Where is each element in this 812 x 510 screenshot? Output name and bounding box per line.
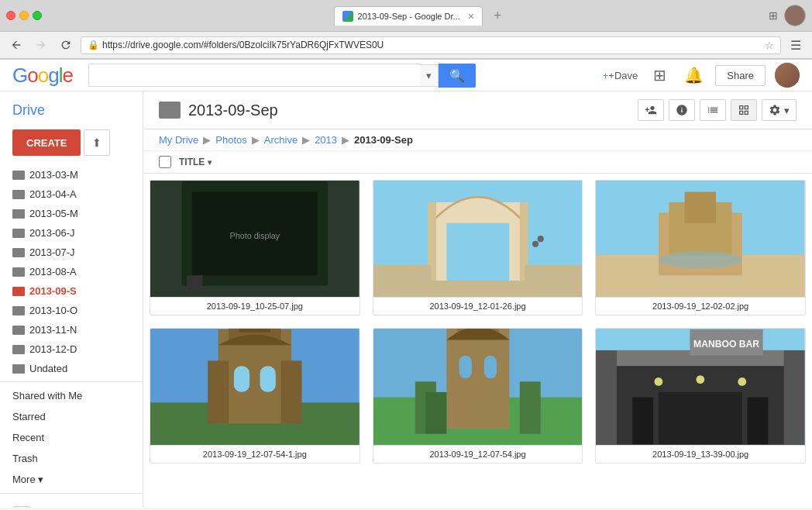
sidebar-folder-9[interactable]: 2013-12-D: [0, 339, 143, 359]
folder-icon: [12, 190, 25, 199]
content-header: 2013-09-Sep: [143, 91, 812, 129]
upload-btn[interactable]: ⬆: [84, 129, 110, 156]
sidebar-link-starred[interactable]: Starred: [0, 406, 143, 427]
sidebar-folder-7[interactable]: 2013-10-O: [0, 301, 143, 320]
create-area: CREATE ⬆: [0, 126, 143, 165]
sidebar-link-label: Starred: [12, 411, 46, 422]
grid-view-btn[interactable]: [731, 99, 757, 121]
sidebar-folder-0[interactable]: 2013-03-M: [0, 165, 143, 184]
svg-rect-39: [519, 381, 540, 433]
tab-title: 2013-09-Sep - Google Dr...: [358, 12, 460, 21]
apps-btn[interactable]: ⊞: [647, 63, 672, 88]
logo-o2: o: [38, 64, 48, 87]
bookmark-icon[interactable]: ☆: [765, 40, 774, 51]
logo-g: G: [12, 64, 27, 87]
sidebar-divider-2: [0, 493, 143, 494]
list-view-btn[interactable]: [700, 99, 726, 121]
svg-rect-12: [525, 265, 582, 297]
sidebar-folder-3[interactable]: 2013-06-J: [0, 223, 143, 243]
close-window-btn[interactable]: [6, 11, 15, 20]
restore-btn[interactable]: ⊞: [769, 9, 778, 22]
user-avatar[interactable]: [775, 63, 800, 88]
svg-text:MANBOO BAR: MANBOO BAR: [693, 339, 759, 350]
logo-o1: o: [27, 64, 37, 87]
search-btn[interactable]: 🔍: [439, 64, 476, 88]
sidebar-link-trash[interactable]: Trash: [0, 448, 143, 469]
breadcrumb-sep4: ▶: [342, 134, 349, 146]
sidebar-folder-8[interactable]: 2013-11-N: [0, 320, 143, 339]
photo-filename-2: 2013-09-19_12-02-02.jpg: [596, 297, 805, 315]
grid-photo-item-5[interactable]: MANBOO BAR 2013-09-19_13-39-00.jpg: [595, 328, 806, 463]
profile-btn[interactable]: [784, 5, 806, 26]
folder-icon: [12, 267, 25, 277]
notifications-btn[interactable]: 🔔: [681, 63, 706, 88]
share-btn[interactable]: Share: [715, 65, 766, 86]
breadcrumb-sep1: ▶: [203, 134, 211, 146]
maximize-window-btn[interactable]: [33, 11, 42, 20]
sidebar-link-label: Trash: [12, 453, 38, 464]
folder-icon: [12, 287, 25, 296]
forward-btn[interactable]: [31, 35, 51, 55]
breadcrumb-2013[interactable]: 2013: [315, 134, 337, 146]
grid-photo-item-0[interactable]: Photo display 2013-09-19_10-25-07.jpg: [150, 180, 360, 315]
photo-grid: Photo display 2013-09-19_10-25-07.jpg 20…: [143, 174, 812, 470]
sidebar-folder-1[interactable]: 2013-04-A: [0, 184, 143, 204]
folder-big-icon: [159, 102, 181, 119]
breadcrumb-sep3: ▶: [302, 134, 310, 146]
search-input[interactable]: [88, 64, 420, 87]
refresh-btn[interactable]: [56, 35, 76, 55]
grid-photo-item-1[interactable]: 2013-09-19_12-01-26.jpg: [373, 180, 583, 315]
grid-photo-item-4[interactable]: 2013-09-19_12-07-54.jpg: [373, 328, 583, 463]
main-content: Drive CREATE ⬆ 2013-03-M 2013-04-A 2013-…: [0, 91, 812, 508]
breadcrumb-photos[interactable]: Photos: [215, 134, 246, 146]
sidebar-folder-10[interactable]: Undated: [0, 359, 143, 378]
sidebar-folders: 2013-03-M 2013-04-A 2013-05-M 2013-06-J …: [0, 165, 143, 378]
sidebar-folder-5[interactable]: 2013-08-A: [0, 262, 143, 281]
folder-name-label: 2013-04-A: [29, 188, 77, 200]
photo-thumbnail-5: MANBOO BAR: [596, 329, 805, 445]
svg-text:Photo display: Photo display: [230, 231, 280, 240]
install-drive-link[interactable]: Install Drive for your computer: [0, 497, 143, 508]
google-logo: Google: [12, 64, 73, 88]
title-column-header[interactable]: TITLE ▾: [179, 157, 212, 167]
svg-point-50: [655, 377, 663, 386]
app-container: Google ▾ 🔍 ++Dave ⊞ 🔔 Share Drive CREATE…: [0, 60, 812, 508]
sidebar-link-recent[interactable]: Recent: [0, 427, 143, 448]
new-tab-btn[interactable]: +: [487, 8, 508, 24]
sidebar-folder-6[interactable]: 2013-09-S: [0, 281, 143, 301]
more-actions-btn[interactable]: ▾: [762, 99, 797, 121]
folder-icon: [12, 306, 25, 315]
tab-close-btn[interactable]: ×: [468, 10, 474, 22]
folder-name-label: 2013-11-N: [29, 324, 77, 336]
sidebar-link-shared-with-me[interactable]: Shared with Me: [0, 385, 143, 406]
breadcrumb-archive[interactable]: Archive: [264, 134, 298, 146]
sidebar: Drive CREATE ⬆ 2013-03-M 2013-04-A 2013-…: [0, 91, 143, 508]
grid-photo-item-2[interactable]: 2013-09-19_12-02-02.jpg: [595, 180, 806, 315]
browser-tab-active[interactable]: 2013-09-Sep - Google Dr... ×: [334, 6, 483, 26]
svg-rect-37: [484, 356, 497, 379]
folder-icon: [12, 345, 25, 354]
sidebar-folder-4[interactable]: 2013-07-J: [0, 243, 143, 262]
photo-filename-3: 2013-09-19_12-07-54-1.jpg: [150, 445, 360, 463]
sort-icon: ▾: [208, 158, 212, 167]
breadcrumb: My Drive ▶ Photos ▶ Archive ▶ 2013 ▶ 201…: [143, 129, 812, 151]
back-btn[interactable]: [6, 35, 26, 55]
minimize-window-btn[interactable]: [19, 11, 29, 20]
photo-thumbnail-0: Photo display: [150, 181, 360, 297]
svg-point-20: [659, 251, 742, 268]
address-bar[interactable]: 🔒 https://drive.google.com/#folders/0Bzo…: [81, 36, 781, 54]
info-btn[interactable]: [669, 99, 695, 121]
plus-dave-btn[interactable]: ++Dave: [603, 70, 638, 81]
create-btn[interactable]: CREATE: [12, 129, 81, 156]
select-all-checkbox[interactable]: [159, 156, 171, 168]
sidebar-folder-2[interactable]: 2013-05-M: [0, 204, 143, 223]
settings-icon[interactable]: ☰: [786, 35, 806, 55]
breadcrumb-mydrive[interactable]: My Drive: [159, 134, 198, 146]
sidebar-link-more[interactable]: More ▾: [0, 469, 143, 490]
grid-photo-item-3[interactable]: 2013-09-19_12-07-54-1.jpg: [150, 328, 360, 463]
add-person-btn[interactable]: [638, 99, 664, 121]
svg-rect-30: [260, 366, 276, 392]
address-text: https://drive.google.com/#folders/0Bzolc…: [102, 40, 762, 50]
search-dropdown-btn[interactable]: ▾: [420, 64, 439, 87]
folder-icon: [12, 364, 25, 374]
